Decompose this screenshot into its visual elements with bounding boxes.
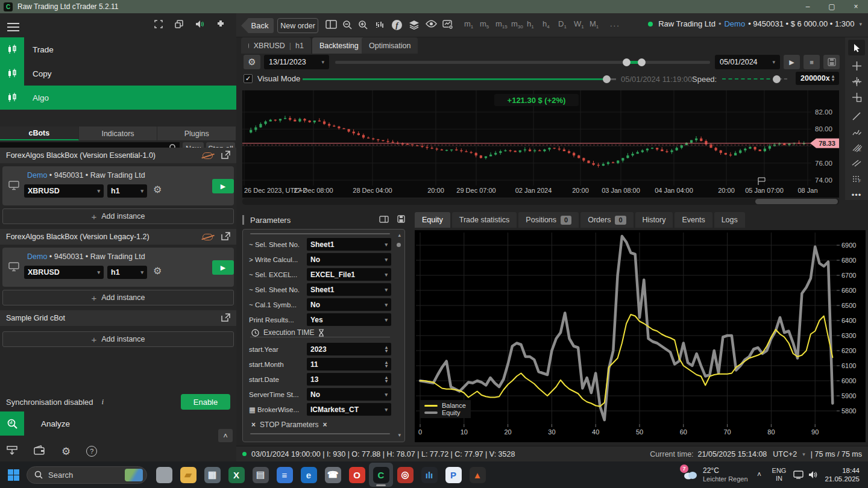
parameter-control[interactable]: No ▾ ▴▾ [307, 388, 391, 401]
open-editor-icon[interactable] [221, 232, 230, 242]
sidebar-nav-item[interactable]: Copy [0, 61, 236, 86]
results-tab[interactable]: Orders0 [580, 212, 633, 228]
info-icon[interactable]: i [102, 397, 104, 407]
volume-icon[interactable] [805, 471, 821, 479]
display-icon[interactable] [791, 471, 805, 479]
results-tab[interactable]: Events [675, 212, 712, 228]
add-instance-button[interactable]: +Add instance [2, 331, 234, 347]
parameter-control[interactable]: Sheet1 ▾ ▴▾ [307, 283, 391, 296]
chart-layout-icon[interactable] [326, 20, 337, 31]
weather-widget[interactable]: 7 22°C Leichter Regen [682, 466, 748, 483]
zoom-in-icon[interactable] [358, 20, 368, 32]
range-start-handle[interactable] [623, 58, 631, 66]
section-execution-time[interactable]: Execution TIME [251, 328, 324, 337]
timeframe-button[interactable]: M1 [590, 19, 605, 30]
cbot-header[interactable]: ForexAlgos BlackBox (Version Legacy-1.2) [0, 229, 236, 245]
sidebar-nav-analyze[interactable]: Algo ​ Analyze [0, 411, 236, 436]
parameter-control[interactable]: Yes ▾ ▴▾ [307, 313, 391, 326]
tab-optimisation[interactable]: Optimisation [362, 37, 418, 54]
popout-icon[interactable] [379, 216, 389, 225]
tab-chart-xbrusd[interactable]: XBRUSD|h1 [241, 37, 311, 54]
report-button[interactable] [823, 55, 840, 69]
channel-icon[interactable] [845, 155, 868, 171]
speed-value-spinner[interactable]: 200000x ▴▾ [796, 72, 839, 85]
chart-type-icon[interactable] [375, 20, 386, 31]
timeframe-button[interactable]: D1 [558, 19, 574, 30]
measure-icon[interactable] [845, 89, 868, 105]
scroll-thumb[interactable] [397, 243, 401, 247]
visual-mode-checkbox[interactable]: ✓ [244, 74, 253, 83]
end-date-select[interactable]: 05/01/2024▾ [715, 55, 780, 69]
more-timeframes-button[interactable]: ... [610, 19, 620, 28]
pattern-icon[interactable]: F [845, 171, 868, 187]
add-instance-button[interactable]: +Add instance [2, 290, 234, 305]
enable-sync-button[interactable]: Enable [181, 394, 230, 410]
sidebar-nav-item[interactable]: Trade [0, 37, 236, 61]
instance-card[interactable]: Demo • 9450031 • Raw Trading Ltd XBRUSD▾… [2, 248, 234, 287]
play-backtest-button[interactable]: ▶ [784, 55, 800, 69]
results-tab[interactable]: Positions0 [518, 212, 579, 228]
taskbar-app[interactable]: ▦ [200, 463, 224, 487]
timeframe-button[interactable]: m1 [464, 19, 480, 30]
deposit-icon[interactable] [6, 445, 18, 458]
parameter-control[interactable]: No ▾ ▴▾ [307, 253, 391, 266]
chart-h-scrollbar[interactable] [242, 198, 839, 205]
range-end-handle[interactable] [638, 58, 646, 66]
cbot-header[interactable]: Sample Grid cBot [0, 310, 236, 326]
objects-icon[interactable] [409, 20, 420, 31]
taskbar-app[interactable]: C [369, 463, 393, 487]
crosshair-icon[interactable] [845, 58, 868, 74]
timeframe-select[interactable]: h1▾ [107, 184, 147, 198]
freehand-draw-icon[interactable] [845, 124, 868, 140]
parameter-control[interactable]: 11 ▾ ▴▾ [307, 358, 391, 371]
backtest-range-track[interactable] [335, 61, 710, 64]
price-chart[interactable]: 26 Dec 2023, UTC+227 Dec 08:0028 Dec 04:… [242, 90, 839, 198]
progress-handle[interactable] [603, 75, 611, 83]
windows-icon[interactable] [174, 19, 184, 31]
minimize-button[interactable]: – [796, 0, 820, 13]
parameter-control[interactable]: 2023 ▾ ▴▾ [307, 343, 391, 355]
crosshair-sync-icon[interactable] [845, 74, 868, 89]
help-icon[interactable]: ? [86, 446, 97, 457]
taskbar-app[interactable]: e [297, 463, 321, 487]
timeframe-button[interactable]: h1 [527, 19, 542, 30]
speed-handle[interactable] [773, 75, 781, 83]
results-tab[interactable]: Trade statistics [452, 212, 517, 228]
timeframe-button[interactable]: h4 [542, 19, 558, 30]
taskbar-app[interactable]: ▲ [465, 463, 489, 487]
parameter-control[interactable]: ICMarkets_CT ▾ ▴▾ [307, 403, 391, 416]
results-tab[interactable]: Equity [415, 212, 450, 228]
backtest-settings-button[interactable]: ⚙ [244, 55, 260, 69]
indicators-icon[interactable]: f [392, 20, 402, 30]
instance-card[interactable]: Demo • 9450031 • Raw Trading Ltd XBRUSD▾… [2, 166, 234, 205]
taskbar-app[interactable]: ılı [417, 463, 441, 487]
taskbar-search[interactable]: Search [27, 466, 147, 484]
taskbar-app[interactable]: P [441, 463, 465, 487]
menu-icon[interactable] [7, 20, 19, 34]
taskbar-app[interactable] [152, 463, 176, 487]
drag-handle[interactable] [242, 215, 244, 225]
trendline-icon[interactable] [845, 108, 868, 124]
timezone-select[interactable]: UTC+2 [773, 450, 797, 458]
add-instance-button[interactable]: +Add instance [2, 208, 234, 224]
open-editor-icon[interactable] [221, 313, 230, 324]
parameter-control[interactable]: No ▾ ▴▾ [307, 298, 391, 311]
taskbar-app[interactable]: X [224, 463, 248, 487]
results-tab[interactable]: History [635, 212, 673, 228]
start-cbot-button[interactable]: ▶ [212, 179, 234, 193]
sidebar-nav-item[interactable]: Algo [0, 86, 236, 110]
back-button[interactable]: Back [241, 18, 274, 33]
stop-backtest-button[interactable]: ■ [804, 55, 820, 69]
progress-track-filled[interactable] [303, 78, 605, 80]
results-tab[interactable]: Logs [714, 212, 745, 228]
sidebar-tab[interactable]: cBots [0, 127, 79, 140]
pointer-icon[interactable] [848, 40, 865, 55]
scroll-down-icon[interactable]: ▾ [398, 432, 401, 438]
settings-icon[interactable]: ⚙ [61, 445, 71, 458]
start-cbot-button[interactable]: ▶ [212, 260, 234, 275]
parameter-control[interactable]: EXCEL_File1 ▾ ▴▾ [307, 268, 391, 281]
taskbar-app[interactable]: ▤ [248, 463, 272, 487]
more-tools-icon[interactable]: ••• [845, 187, 868, 202]
instance-settings-icon[interactable]: ⚙ [153, 265, 162, 277]
scrollbar-thumb[interactable] [755, 199, 838, 204]
